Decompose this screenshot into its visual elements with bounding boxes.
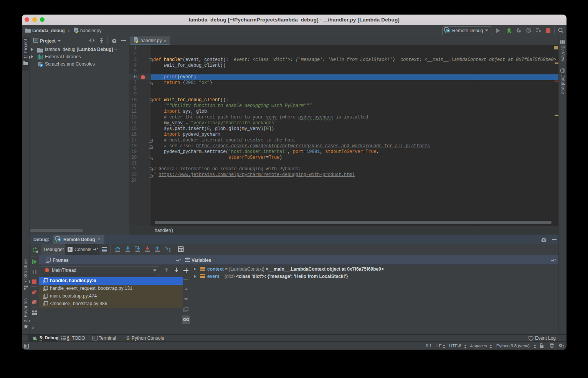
svg-text:?: ? <box>562 345 564 348</box>
